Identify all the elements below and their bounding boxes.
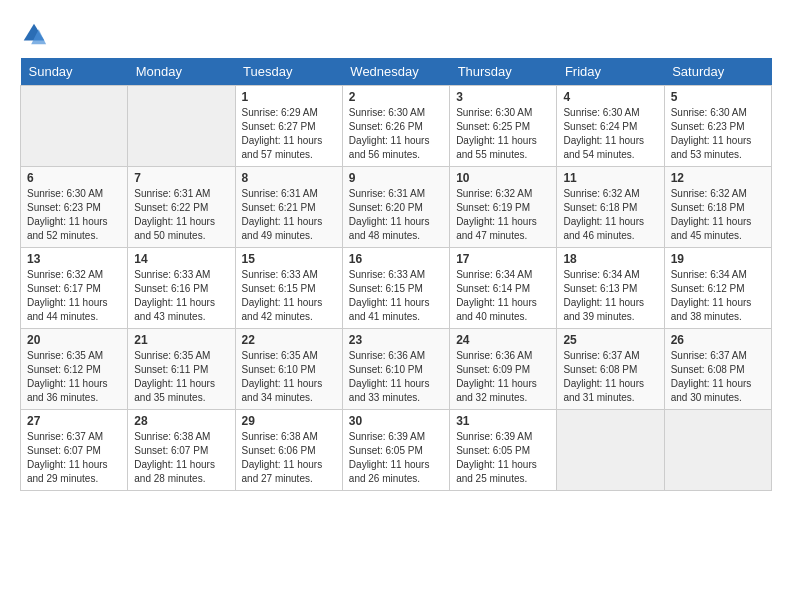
day-info: Sunrise: 6:31 AMSunset: 6:22 PMDaylight:… [134, 187, 228, 243]
calendar-day-cell: 8Sunrise: 6:31 AMSunset: 6:21 PMDaylight… [235, 167, 342, 248]
calendar-week-row: 13Sunrise: 6:32 AMSunset: 6:17 PMDayligh… [21, 248, 772, 329]
day-number: 25 [563, 333, 657, 347]
day-info: Sunrise: 6:35 AMSunset: 6:12 PMDaylight:… [27, 349, 121, 405]
day-number: 23 [349, 333, 443, 347]
calendar-day-cell: 26Sunrise: 6:37 AMSunset: 6:08 PMDayligh… [664, 329, 771, 410]
day-number: 12 [671, 171, 765, 185]
day-number: 4 [563, 90, 657, 104]
day-of-week-header: Thursday [450, 58, 557, 86]
day-of-week-header: Sunday [21, 58, 128, 86]
day-info: Sunrise: 6:36 AMSunset: 6:10 PMDaylight:… [349, 349, 443, 405]
day-of-week-header: Tuesday [235, 58, 342, 86]
calendar-day-cell: 14Sunrise: 6:33 AMSunset: 6:16 PMDayligh… [128, 248, 235, 329]
day-info: Sunrise: 6:35 AMSunset: 6:11 PMDaylight:… [134, 349, 228, 405]
calendar-day-cell [128, 86, 235, 167]
day-number: 30 [349, 414, 443, 428]
day-info: Sunrise: 6:34 AMSunset: 6:14 PMDaylight:… [456, 268, 550, 324]
calendar-day-cell: 30Sunrise: 6:39 AMSunset: 6:05 PMDayligh… [342, 410, 449, 491]
calendar-day-cell: 29Sunrise: 6:38 AMSunset: 6:06 PMDayligh… [235, 410, 342, 491]
day-info: Sunrise: 6:35 AMSunset: 6:10 PMDaylight:… [242, 349, 336, 405]
calendar-day-cell: 27Sunrise: 6:37 AMSunset: 6:07 PMDayligh… [21, 410, 128, 491]
calendar-table: SundayMondayTuesdayWednesdayThursdayFrid… [20, 58, 772, 491]
calendar-day-cell [21, 86, 128, 167]
calendar-day-cell: 20Sunrise: 6:35 AMSunset: 6:12 PMDayligh… [21, 329, 128, 410]
day-info: Sunrise: 6:32 AMSunset: 6:19 PMDaylight:… [456, 187, 550, 243]
day-number: 11 [563, 171, 657, 185]
day-info: Sunrise: 6:33 AMSunset: 6:15 PMDaylight:… [349, 268, 443, 324]
day-number: 16 [349, 252, 443, 266]
day-info: Sunrise: 6:37 AMSunset: 6:08 PMDaylight:… [671, 349, 765, 405]
calendar-week-row: 6Sunrise: 6:30 AMSunset: 6:23 PMDaylight… [21, 167, 772, 248]
calendar-day-cell: 12Sunrise: 6:32 AMSunset: 6:18 PMDayligh… [664, 167, 771, 248]
day-number: 21 [134, 333, 228, 347]
day-info: Sunrise: 6:37 AMSunset: 6:07 PMDaylight:… [27, 430, 121, 486]
calendar-day-cell: 2Sunrise: 6:30 AMSunset: 6:26 PMDaylight… [342, 86, 449, 167]
calendar-day-cell: 4Sunrise: 6:30 AMSunset: 6:24 PMDaylight… [557, 86, 664, 167]
calendar-day-cell: 24Sunrise: 6:36 AMSunset: 6:09 PMDayligh… [450, 329, 557, 410]
calendar-day-cell: 10Sunrise: 6:32 AMSunset: 6:19 PMDayligh… [450, 167, 557, 248]
calendar-week-row: 20Sunrise: 6:35 AMSunset: 6:12 PMDayligh… [21, 329, 772, 410]
day-number: 31 [456, 414, 550, 428]
day-number: 20 [27, 333, 121, 347]
day-number: 2 [349, 90, 443, 104]
day-info: Sunrise: 6:38 AMSunset: 6:06 PMDaylight:… [242, 430, 336, 486]
day-number: 3 [456, 90, 550, 104]
day-info: Sunrise: 6:34 AMSunset: 6:12 PMDaylight:… [671, 268, 765, 324]
day-number: 15 [242, 252, 336, 266]
day-info: Sunrise: 6:36 AMSunset: 6:09 PMDaylight:… [456, 349, 550, 405]
calendar-day-cell: 1Sunrise: 6:29 AMSunset: 6:27 PMDaylight… [235, 86, 342, 167]
day-info: Sunrise: 6:38 AMSunset: 6:07 PMDaylight:… [134, 430, 228, 486]
calendar-day-cell: 28Sunrise: 6:38 AMSunset: 6:07 PMDayligh… [128, 410, 235, 491]
day-number: 9 [349, 171, 443, 185]
day-of-week-header: Monday [128, 58, 235, 86]
day-info: Sunrise: 6:39 AMSunset: 6:05 PMDaylight:… [349, 430, 443, 486]
day-number: 27 [27, 414, 121, 428]
day-info: Sunrise: 6:37 AMSunset: 6:08 PMDaylight:… [563, 349, 657, 405]
calendar-day-cell: 15Sunrise: 6:33 AMSunset: 6:15 PMDayligh… [235, 248, 342, 329]
day-number: 14 [134, 252, 228, 266]
page-header [20, 20, 772, 48]
day-of-week-header: Wednesday [342, 58, 449, 86]
day-number: 24 [456, 333, 550, 347]
day-number: 19 [671, 252, 765, 266]
day-info: Sunrise: 6:30 AMSunset: 6:26 PMDaylight:… [349, 106, 443, 162]
calendar-day-cell: 17Sunrise: 6:34 AMSunset: 6:14 PMDayligh… [450, 248, 557, 329]
calendar-day-cell: 16Sunrise: 6:33 AMSunset: 6:15 PMDayligh… [342, 248, 449, 329]
calendar-day-cell: 11Sunrise: 6:32 AMSunset: 6:18 PMDayligh… [557, 167, 664, 248]
calendar-day-cell [664, 410, 771, 491]
logo-icon [20, 20, 48, 48]
day-info: Sunrise: 6:30 AMSunset: 6:23 PMDaylight:… [27, 187, 121, 243]
day-number: 28 [134, 414, 228, 428]
day-number: 6 [27, 171, 121, 185]
day-info: Sunrise: 6:29 AMSunset: 6:27 PMDaylight:… [242, 106, 336, 162]
calendar-day-cell: 25Sunrise: 6:37 AMSunset: 6:08 PMDayligh… [557, 329, 664, 410]
day-number: 26 [671, 333, 765, 347]
calendar-day-cell: 23Sunrise: 6:36 AMSunset: 6:10 PMDayligh… [342, 329, 449, 410]
calendar-day-cell: 19Sunrise: 6:34 AMSunset: 6:12 PMDayligh… [664, 248, 771, 329]
calendar-day-cell: 21Sunrise: 6:35 AMSunset: 6:11 PMDayligh… [128, 329, 235, 410]
calendar-day-cell: 5Sunrise: 6:30 AMSunset: 6:23 PMDaylight… [664, 86, 771, 167]
day-info: Sunrise: 6:30 AMSunset: 6:23 PMDaylight:… [671, 106, 765, 162]
day-of-week-header: Friday [557, 58, 664, 86]
day-number: 18 [563, 252, 657, 266]
day-of-week-header: Saturday [664, 58, 771, 86]
day-number: 17 [456, 252, 550, 266]
calendar-day-cell: 22Sunrise: 6:35 AMSunset: 6:10 PMDayligh… [235, 329, 342, 410]
day-number: 7 [134, 171, 228, 185]
day-number: 13 [27, 252, 121, 266]
day-info: Sunrise: 6:39 AMSunset: 6:05 PMDaylight:… [456, 430, 550, 486]
day-number: 29 [242, 414, 336, 428]
calendar-day-cell: 13Sunrise: 6:32 AMSunset: 6:17 PMDayligh… [21, 248, 128, 329]
day-info: Sunrise: 6:33 AMSunset: 6:16 PMDaylight:… [134, 268, 228, 324]
calendar-day-cell: 3Sunrise: 6:30 AMSunset: 6:25 PMDaylight… [450, 86, 557, 167]
day-number: 1 [242, 90, 336, 104]
day-info: Sunrise: 6:31 AMSunset: 6:21 PMDaylight:… [242, 187, 336, 243]
calendar-header-row: SundayMondayTuesdayWednesdayThursdayFrid… [21, 58, 772, 86]
day-info: Sunrise: 6:33 AMSunset: 6:15 PMDaylight:… [242, 268, 336, 324]
day-info: Sunrise: 6:30 AMSunset: 6:24 PMDaylight:… [563, 106, 657, 162]
day-number: 10 [456, 171, 550, 185]
day-info: Sunrise: 6:32 AMSunset: 6:17 PMDaylight:… [27, 268, 121, 324]
day-info: Sunrise: 6:32 AMSunset: 6:18 PMDaylight:… [671, 187, 765, 243]
day-info: Sunrise: 6:32 AMSunset: 6:18 PMDaylight:… [563, 187, 657, 243]
calendar-day-cell: 7Sunrise: 6:31 AMSunset: 6:22 PMDaylight… [128, 167, 235, 248]
